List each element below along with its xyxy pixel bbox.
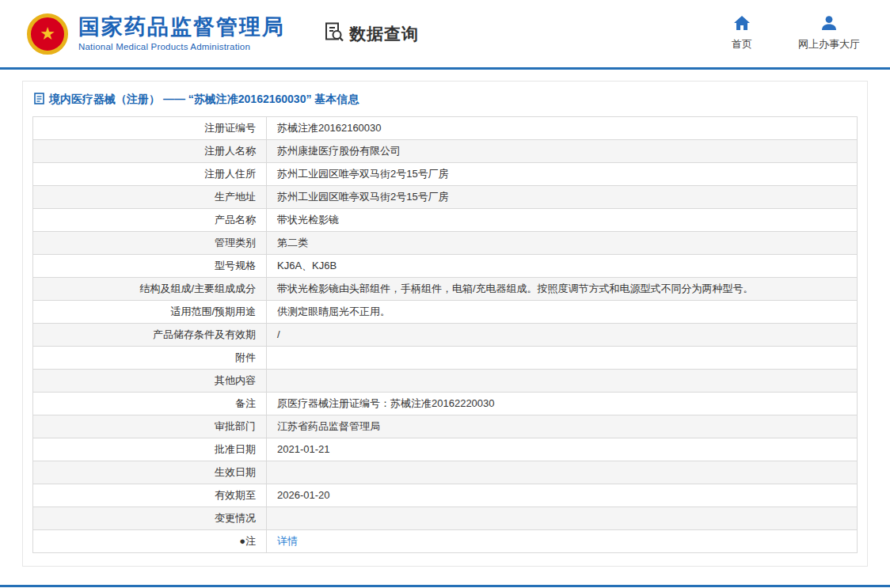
row-value: 2026-01-20 bbox=[267, 484, 858, 507]
org-name-cn: 国家药品监督管理局 bbox=[78, 16, 285, 40]
row-label: 注册人住所 bbox=[33, 163, 267, 186]
page-title-text: 境内医疗器械（注册） —— “苏械注准20162160030” 基本信息 bbox=[49, 93, 359, 107]
row-value: 带状光检影镜由头部组件，手柄组件，电箱/充电器组成。按照度调节方式和电源型式不同… bbox=[267, 278, 858, 301]
table-row: 变更情况 bbox=[33, 507, 858, 530]
org-name-en: National Medical Products Administration bbox=[78, 42, 285, 51]
table-row: 批准日期2021-01-21 bbox=[33, 438, 858, 461]
row-label: 型号规格 bbox=[33, 255, 267, 278]
detail-link[interactable]: 详情 bbox=[277, 535, 298, 547]
row-value: 原医疗器械注册证编号：苏械注准20162220030 bbox=[267, 393, 858, 415]
table-row: 注册人名称苏州康捷医疗股份有限公司 bbox=[33, 140, 858, 163]
document-search-icon bbox=[323, 21, 344, 46]
row-value bbox=[267, 370, 858, 393]
row-label: 产品储存条件及有效期 bbox=[33, 324, 267, 347]
home-icon bbox=[734, 16, 750, 33]
row-label: 生效日期 bbox=[33, 461, 267, 484]
nav-item-service-hall[interactable]: 网上办事大厅 bbox=[798, 16, 860, 51]
table-row: 附件 bbox=[33, 347, 858, 370]
top-nav: 首页 网上办事大厅 bbox=[732, 16, 860, 51]
content-box: 境内医疗器械（注册） —— “苏械注准20162160030” 基本信息 注册证… bbox=[22, 81, 868, 567]
row-value: 江苏省药品监督管理局 bbox=[267, 415, 858, 438]
row-value: 2021-01-21 bbox=[267, 438, 858, 461]
table-row: 注册证编号苏械注准20162160030 bbox=[33, 117, 858, 140]
table-row: 生产地址苏州工业园区唯亭双马街2号15号厂房 bbox=[33, 186, 858, 209]
row-value: / bbox=[267, 324, 858, 347]
row-value bbox=[267, 347, 858, 370]
row-label: 有效期至 bbox=[33, 484, 267, 507]
row-value: 供测定眼睛屈光不正用。 bbox=[267, 301, 858, 324]
header: ★ 国家药品监督管理局 National Medical Products Ad… bbox=[0, 0, 890, 70]
row-value bbox=[267, 507, 858, 530]
table-row: 生效日期 bbox=[33, 461, 858, 484]
row-label: 备注 bbox=[33, 393, 267, 415]
nav-hall-label: 网上办事大厅 bbox=[798, 37, 860, 51]
row-label: 其他内容 bbox=[33, 370, 267, 393]
row-label: 审批部门 bbox=[33, 415, 267, 438]
row-label: 生产地址 bbox=[33, 186, 267, 209]
person-icon bbox=[821, 16, 837, 33]
nav-item-home[interactable]: 首页 bbox=[732, 16, 752, 51]
row-label: 变更情况 bbox=[33, 507, 267, 530]
row-label: 批准日期 bbox=[33, 438, 267, 461]
table-row: 其他内容 bbox=[33, 370, 858, 393]
row-label: 适用范围/预期用途 bbox=[33, 301, 267, 324]
table-row: 产品名称带状光检影镜 bbox=[33, 209, 858, 232]
row-label: 注册人名称 bbox=[33, 140, 267, 163]
row-value: 苏州工业园区唯亭双马街2号15号厂房 bbox=[267, 163, 858, 186]
row-value: 带状光检影镜 bbox=[267, 209, 858, 232]
table-row: 有效期至2026-01-20 bbox=[33, 484, 858, 507]
table-row: 注册人住所苏州工业园区唯亭双马街2号15号厂房 bbox=[33, 163, 858, 186]
data-query-nav[interactable]: 数据查询 bbox=[323, 21, 419, 46]
row-value: 第二类 bbox=[267, 232, 858, 255]
row-value: 苏州工业园区唯亭双马街2号15号厂房 bbox=[267, 186, 858, 209]
row-value: 苏械注准20162160030 bbox=[267, 117, 858, 140]
row-label: ●注 bbox=[33, 530, 267, 553]
table-row: 型号规格KJ6A、KJ6B bbox=[33, 255, 858, 278]
row-label: 结构及组成/主要组成成分 bbox=[33, 278, 267, 301]
row-value bbox=[267, 461, 858, 484]
row-label: 附件 bbox=[33, 347, 267, 370]
row-label: 注册证编号 bbox=[33, 117, 267, 140]
footer-divider bbox=[0, 585, 890, 587]
info-table: 注册证编号苏械注准20162160030注册人名称苏州康捷医疗股份有限公司注册人… bbox=[32, 116, 858, 553]
table-row: 备注原医疗器械注册证编号：苏械注准20162220030 bbox=[33, 393, 858, 415]
document-icon bbox=[34, 93, 44, 107]
row-value: KJ6A、KJ6B bbox=[267, 255, 858, 278]
row-label: 产品名称 bbox=[33, 209, 267, 232]
nav-home-label: 首页 bbox=[732, 37, 752, 51]
info-table-body: 注册证编号苏械注准20162160030注册人名称苏州康捷医疗股份有限公司注册人… bbox=[33, 117, 858, 553]
national-emblem-icon: ★ bbox=[27, 13, 68, 55]
org-name-block: 国家药品监督管理局 National Medical Products Admi… bbox=[78, 16, 285, 51]
table-row: 结构及组成/主要组成成分带状光检影镜由头部组件，手柄组件，电箱/充电器组成。按照… bbox=[33, 278, 858, 301]
data-query-label: 数据查询 bbox=[349, 23, 419, 45]
row-value: 详情 bbox=[267, 530, 858, 553]
row-value: 苏州康捷医疗股份有限公司 bbox=[267, 140, 858, 163]
table-row: 管理类别第二类 bbox=[33, 232, 858, 255]
table-row: 产品储存条件及有效期/ bbox=[33, 324, 858, 347]
table-row: ●注详情 bbox=[33, 530, 858, 553]
page-title: 境内医疗器械（注册） —— “苏械注准20162160030” 基本信息 bbox=[32, 91, 858, 116]
table-row: 适用范围/预期用途供测定眼睛屈光不正用。 bbox=[33, 301, 858, 324]
table-row: 审批部门江苏省药品监督管理局 bbox=[33, 415, 858, 438]
row-label: 管理类别 bbox=[33, 232, 267, 255]
